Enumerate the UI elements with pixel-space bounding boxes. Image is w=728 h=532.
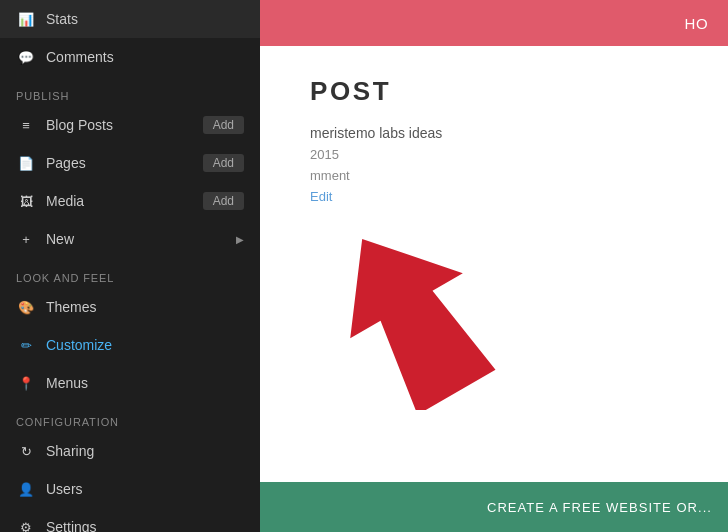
sharing-icon: ↻ <box>16 441 36 461</box>
section-label-configuration: CONFIGURATION <box>0 402 260 432</box>
main-content: HO POST meristemo labs ideas 2015 mment … <box>260 0 728 532</box>
add-media-button[interactable]: Add <box>203 192 244 210</box>
add-pages-button[interactable]: Add <box>203 154 244 172</box>
sidebar-item-customize[interactable]: ✏ Customize <box>0 326 260 364</box>
post-date: 2015 <box>310 147 698 162</box>
top-bar: HO <box>260 0 728 46</box>
menus-icon: 📍 <box>16 373 36 393</box>
post-area: POST meristemo labs ideas 2015 mment Edi… <box>260 46 728 482</box>
bottom-bar: CREATE A FREE WEBSITE OR... <box>260 482 728 532</box>
sidebar-item-label: Customize <box>46 337 244 353</box>
top-bar-text: HO <box>685 15 708 32</box>
section-label-publish: PUBLISH <box>0 76 260 106</box>
post-meta: meristemo labs ideas <box>310 125 698 141</box>
sidebar: 📊 Stats 💬 Comments PUBLISH ≡ Blog Posts … <box>0 0 260 532</box>
sidebar-item-new[interactable]: + New ▶ <box>0 220 260 258</box>
sidebar-item-stats[interactable]: 📊 Stats <box>0 0 260 38</box>
sidebar-item-label: Users <box>46 481 244 497</box>
sidebar-top: 📊 Stats 💬 Comments PUBLISH ≡ Blog Posts … <box>0 0 260 532</box>
stats-icon: 📊 <box>16 9 36 29</box>
users-icon: 👤 <box>16 479 36 499</box>
sidebar-item-themes[interactable]: 🎨 Themes <box>0 288 260 326</box>
sidebar-item-label: Sharing <box>46 443 244 459</box>
sidebar-item-users[interactable]: 👤 Users <box>0 470 260 508</box>
sidebar-item-label: Settings <box>46 519 244 532</box>
sidebar-item-media[interactable]: 🖼 Media Add <box>0 182 260 220</box>
sidebar-item-label: Themes <box>46 299 244 315</box>
post-title: POST <box>310 76 698 107</box>
sidebar-item-label: Stats <box>46 11 244 27</box>
media-icon: 🖼 <box>16 191 36 211</box>
new-icon: + <box>16 229 36 249</box>
sidebar-item-settings[interactable]: ⚙ Settings <box>0 508 260 532</box>
bottom-bar-text: CREATE A FREE WEBSITE OR... <box>487 500 712 515</box>
post-edit-link[interactable]: Edit <box>310 189 698 204</box>
settings-icon: ⚙ <box>16 517 36 532</box>
blog-posts-icon: ≡ <box>16 115 36 135</box>
sidebar-item-pages[interactable]: 📄 Pages Add <box>0 144 260 182</box>
chevron-right-icon: ▶ <box>236 234 244 245</box>
customize-icon: ✏ <box>16 335 36 355</box>
post-comment: mment <box>310 168 698 183</box>
comments-icon: 💬 <box>16 47 36 67</box>
sidebar-item-label: Media <box>46 193 203 209</box>
pages-icon: 📄 <box>16 153 36 173</box>
sidebar-item-sharing[interactable]: ↻ Sharing <box>0 432 260 470</box>
add-blog-posts-button[interactable]: Add <box>203 116 244 134</box>
sidebar-item-blog-posts[interactable]: ≡ Blog Posts Add <box>0 106 260 144</box>
sidebar-item-label: Pages <box>46 155 203 171</box>
themes-icon: 🎨 <box>16 297 36 317</box>
sidebar-item-label: Menus <box>46 375 244 391</box>
sidebar-item-menus[interactable]: 📍 Menus <box>0 364 260 402</box>
sidebar-item-label: Comments <box>46 49 244 65</box>
sidebar-item-comments[interactable]: 💬 Comments <box>0 38 260 76</box>
sidebar-item-label: Blog Posts <box>46 117 203 133</box>
sidebar-item-label: New <box>46 231 236 247</box>
section-label-look-feel: LOOK AND FEEL <box>0 258 260 288</box>
